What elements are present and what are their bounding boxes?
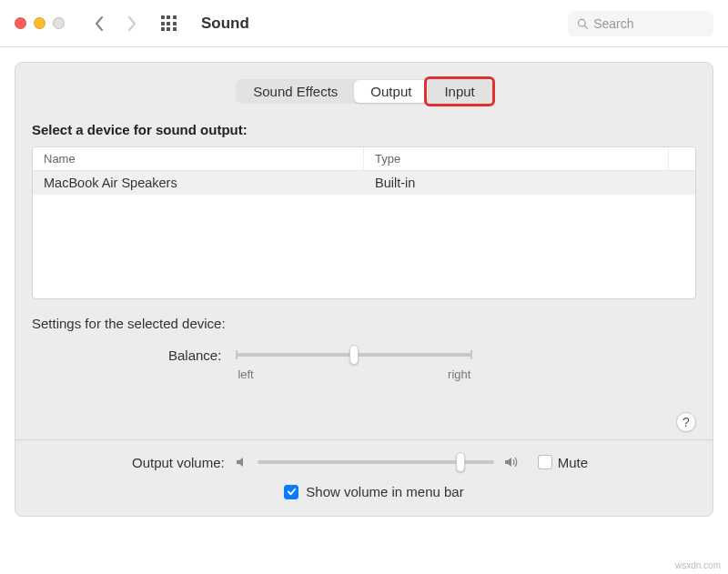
search-input[interactable] xyxy=(593,16,704,31)
search-icon xyxy=(577,17,588,30)
toolbar: Sound xyxy=(0,0,728,47)
volume-low-icon xyxy=(234,455,248,469)
svg-line-1 xyxy=(584,25,587,28)
settings-heading: Settings for the selected device: xyxy=(32,316,696,331)
balance-label: Balance: xyxy=(168,346,221,363)
forward-button[interactable] xyxy=(119,11,145,36)
show-all-preferences-button[interactable] xyxy=(156,11,181,36)
output-volume-slider[interactable] xyxy=(258,453,494,471)
device-section-heading: Select a device for sound output: xyxy=(32,122,696,137)
close-window-button[interactable] xyxy=(15,17,26,29)
balance-right-label: right xyxy=(448,368,470,381)
column-header-spacer xyxy=(668,147,695,170)
back-button[interactable] xyxy=(86,11,112,36)
preferences-panel: Sound Effects Output Input Select a devi… xyxy=(15,62,713,517)
output-volume-row: Output volume: Mute xyxy=(32,453,696,471)
device-name-cell: MacBook Air Speakers xyxy=(33,171,364,195)
output-volume-label: Output volume: xyxy=(132,455,225,470)
mute-label: Mute xyxy=(558,455,588,470)
table-row[interactable]: MacBook Air Speakers Built-in xyxy=(33,171,695,195)
tab-group: Sound Effects Output Input xyxy=(236,79,492,104)
output-volume-thumb[interactable] xyxy=(456,452,465,472)
balance-slider-thumb[interactable] xyxy=(349,345,359,365)
tab-sound-effects[interactable]: Sound Effects xyxy=(237,80,354,103)
divider xyxy=(15,439,713,440)
panel-title: Sound xyxy=(201,15,249,33)
column-header-name[interactable]: Name xyxy=(33,147,364,170)
mute-checkbox[interactable] xyxy=(538,455,552,469)
watermark: wsxdn.com xyxy=(675,560,721,570)
search-field[interactable] xyxy=(568,11,713,36)
grid-icon xyxy=(161,15,177,31)
tab-output[interactable]: Output xyxy=(354,80,428,103)
show-volume-row[interactable]: Show volume in menu bar xyxy=(32,484,696,503)
column-header-type[interactable]: Type xyxy=(364,147,668,170)
device-table[interactable]: Name Type MacBook Air Speakers Built-in xyxy=(32,146,696,299)
show-volume-label: Show volume in menu bar xyxy=(306,484,463,499)
tabs-container: Sound Effects Output Input xyxy=(32,79,696,104)
window-controls xyxy=(15,17,65,29)
volume-high-icon xyxy=(503,455,521,469)
show-volume-checkbox[interactable] xyxy=(284,485,298,499)
zoom-window-button[interactable] xyxy=(53,17,65,29)
balance-row: Balance: left right xyxy=(32,346,696,381)
tab-input[interactable]: Input xyxy=(428,80,490,103)
balance-left-label: left xyxy=(238,368,253,381)
help-button[interactable]: ? xyxy=(676,412,696,432)
device-type-cell: Built-in xyxy=(364,171,695,195)
mute-checkbox-group[interactable]: Mute xyxy=(538,455,588,470)
table-header: Name Type xyxy=(33,147,695,171)
minimize-window-button[interactable] xyxy=(34,17,46,29)
balance-slider[interactable] xyxy=(236,346,472,364)
